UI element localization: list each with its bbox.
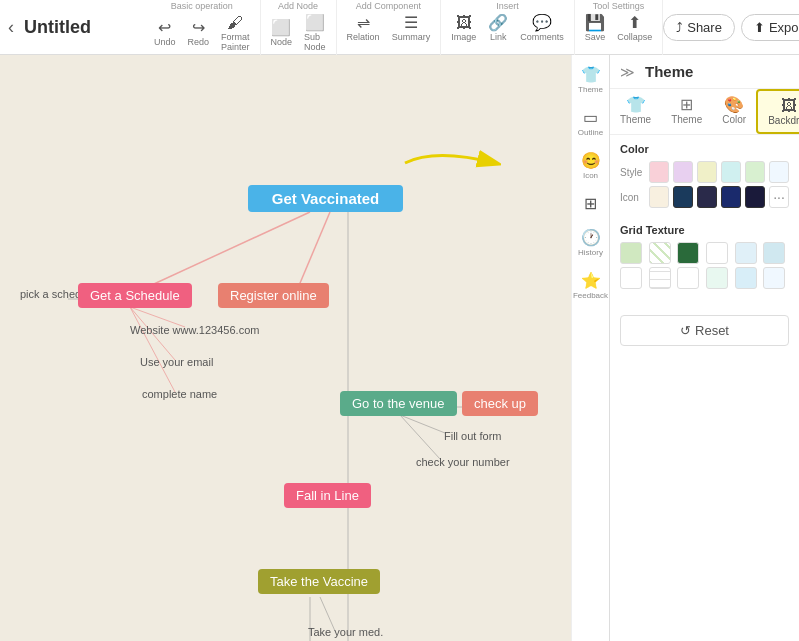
node-register-online[interactable]: Register online — [218, 283, 329, 308]
color-swatch-pink[interactable] — [649, 161, 669, 183]
texture-swatch-2[interactable] — [649, 242, 671, 264]
texture-swatch-3[interactable] — [677, 242, 699, 264]
arrow-annotation — [395, 143, 515, 187]
color-swatch-blue[interactable] — [769, 161, 789, 183]
panel-tabs: 👕 Theme ⊞ Theme 🎨 Color 🖼 Backdrop — [610, 89, 799, 135]
save-button[interactable]: 💾Save — [581, 13, 610, 44]
history-icon: 🕐 — [581, 228, 601, 247]
color-swatch-yellow[interactable] — [697, 161, 717, 183]
emoji-icon: 😊 — [581, 151, 601, 170]
feedback-icon-button[interactable]: ⭐ Feedback — [573, 265, 609, 306]
texture-section: Grid Texture — [610, 216, 799, 301]
node-email[interactable]: Use your email — [128, 351, 225, 373]
node-fillform[interactable]: Fill out form — [432, 425, 513, 447]
color-swatch-navy[interactable] — [673, 186, 693, 208]
style-label: Style — [620, 167, 645, 178]
icon-label: Icon — [620, 192, 645, 203]
color-swatch-purple[interactable] — [673, 161, 693, 183]
toolbar-groups: Basic operation ↩Undo ↪Redo 🖌Format Pain… — [144, 0, 663, 56]
node-root[interactable]: Get Vaccinated — [248, 185, 403, 212]
topbar: ‹ Untitled Basic operation ↩Undo ↪Redo 🖌… — [0, 0, 799, 55]
color-swatch-royalblue[interactable] — [721, 186, 741, 208]
panel-header: ≫ Theme — [610, 55, 799, 89]
share-icon: ⤴ — [676, 20, 683, 35]
color-swatch-darkblue[interactable] — [697, 186, 717, 208]
reset-button[interactable]: ↺ Reset — [620, 315, 789, 346]
collapse-button[interactable]: ⬆Collapse — [613, 13, 656, 44]
node-venue[interactable]: Go to the venue — [340, 391, 457, 416]
relation-button[interactable]: ⇌Relation — [343, 13, 384, 44]
outline-icon-button[interactable]: ▭ Outline — [573, 102, 609, 143]
toolbar-group-insert: Insert 🖼Image 🔗Link 💬Comments — [441, 0, 575, 56]
theme2-tab-icon: ⊞ — [680, 95, 693, 114]
node-checknumber[interactable]: check your number — [404, 451, 522, 473]
texture-grid — [620, 242, 789, 289]
color-section: Color Style Icon ··· — [610, 135, 799, 216]
reset-icon: ↺ — [680, 323, 691, 338]
grid-icon: ⊞ — [584, 194, 597, 213]
format-painter-button[interactable]: 🖌Format Painter — [217, 13, 254, 54]
color-tab-icon: 🎨 — [724, 95, 744, 114]
texture-swatch-1[interactable] — [620, 242, 642, 264]
mind-map-canvas[interactable]: Get Vaccinated pick a schedule Get a Sch… — [0, 55, 571, 641]
color-swatch-green[interactable] — [745, 161, 765, 183]
tab-theme2[interactable]: ⊞ Theme — [661, 89, 712, 134]
texture-section-title: Grid Texture — [620, 224, 789, 236]
tab-theme[interactable]: 👕 Theme — [610, 89, 661, 134]
theme-icon-button[interactable]: 👕 Theme — [573, 59, 609, 100]
outline-icon: ▭ — [583, 108, 598, 127]
node-website[interactable]: Website www.123456.com — [118, 319, 271, 341]
right-panel: ≫ Theme 👕 Theme ⊞ Theme 🎨 Color 🖼 Backdr… — [609, 55, 799, 641]
texture-swatch-8[interactable] — [649, 267, 671, 289]
node-checkup[interactable]: check up — [462, 391, 538, 416]
history-icon-button[interactable]: 🕐 History — [573, 222, 609, 263]
toolbar-group-add-component: Add Component ⇌Relation ☰Summary — [337, 0, 442, 56]
node-button[interactable]: ⬜Node — [267, 18, 297, 49]
node-name[interactable]: complete name — [130, 383, 229, 405]
color-swatch-verydark[interactable] — [745, 186, 765, 208]
texture-swatch-5[interactable] — [735, 242, 757, 264]
grid-icon-button[interactable]: ⊞ — [573, 188, 609, 220]
color-section-title: Color — [620, 143, 789, 155]
image-button[interactable]: 🖼Image — [447, 13, 480, 44]
texture-swatch-7[interactable] — [620, 267, 642, 289]
theme-icon: 👕 — [581, 65, 601, 84]
node-takemed[interactable]: Take your med. — [296, 621, 395, 641]
texture-swatch-6[interactable] — [763, 242, 785, 264]
texture-swatch-10[interactable] — [706, 267, 728, 289]
side-panel-icons: 👕 Theme ▭ Outline 😊 Icon ⊞ 🕐 History ⭐ F… — [571, 55, 609, 641]
emoji-icon-button[interactable]: 😊 Icon — [573, 145, 609, 186]
export-button[interactable]: ⬆ Export — [741, 14, 799, 41]
share-button[interactable]: ⤴ Share — [663, 14, 735, 41]
backdrop-tab-icon: 🖼 — [781, 97, 797, 115]
summary-button[interactable]: ☰Summary — [388, 13, 435, 44]
back-button[interactable]: ‹ — [8, 17, 14, 38]
style-row: Style — [620, 161, 789, 183]
main-content: Get Vaccinated pick a schedule Get a Sch… — [0, 55, 799, 641]
topbar-actions: ⤴ Share ⬆ Export — [663, 14, 799, 41]
reset-section: ↺ Reset — [610, 301, 799, 354]
feedback-icon: ⭐ — [581, 271, 601, 290]
color-swatch-cream[interactable] — [649, 186, 669, 208]
node-takevaccine[interactable]: Take the Vaccine — [258, 569, 380, 594]
panel-collapse-button[interactable]: ≫ — [620, 64, 635, 80]
theme-tab-icon: 👕 — [626, 95, 646, 114]
texture-swatch-9[interactable] — [677, 267, 699, 289]
node-get-schedule[interactable]: Get a Schedule — [78, 283, 192, 308]
toolbar-group-add-node: Add Node ⬜Node ⬜Sub Node — [261, 0, 337, 56]
toolbar-group-basic: Basic operation ↩Undo ↪Redo 🖌Format Pain… — [144, 0, 261, 56]
color-swatch-more[interactable]: ··· — [769, 186, 789, 208]
link-button[interactable]: 🔗Link — [484, 13, 512, 44]
redo-button[interactable]: ↪Redo — [184, 18, 214, 49]
comments-button[interactable]: 💬Comments — [516, 13, 568, 44]
tab-backdrop[interactable]: 🖼 Backdrop — [756, 89, 799, 134]
texture-swatch-4[interactable] — [706, 242, 728, 264]
tab-color[interactable]: 🎨 Color — [712, 89, 756, 134]
texture-swatch-12[interactable] — [763, 267, 785, 289]
node-fallinline[interactable]: Fall in Line — [284, 483, 371, 508]
sub-node-button[interactable]: ⬜Sub Node — [300, 13, 330, 54]
color-swatch-cyan[interactable] — [721, 161, 741, 183]
export-icon: ⬆ — [754, 20, 765, 35]
undo-button[interactable]: ↩Undo — [150, 18, 180, 49]
texture-swatch-11[interactable] — [735, 267, 757, 289]
